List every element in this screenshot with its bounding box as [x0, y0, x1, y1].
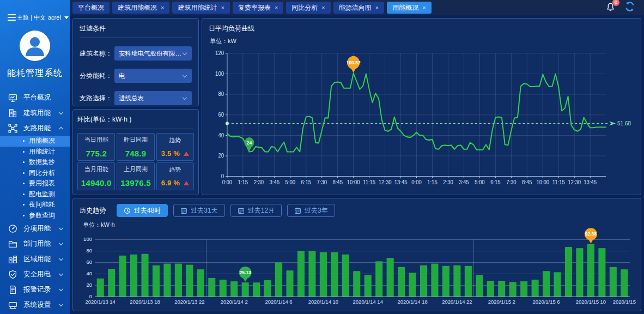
svg-text:6:15: 6:15	[301, 179, 312, 185]
close-icon[interactable]: ×	[161, 5, 164, 11]
range-button-past-31d[interactable]: 过去31天	[173, 204, 224, 217]
chevron-down-icon	[183, 95, 187, 100]
clock-icon	[124, 207, 131, 214]
submenu-item-yoy-analysis[interactable]: 同比分析	[0, 168, 70, 179]
submenu-item-cost-report[interactable]: 费用报表	[0, 178, 70, 189]
svg-text:2020/1/14 14: 2020/1/14 14	[353, 299, 383, 305]
svg-text:80: 80	[86, 248, 92, 253]
svg-text:2020/1/13 22: 2020/1/13 22	[174, 299, 204, 305]
bullet-icon	[23, 183, 25, 184]
svg-text:3:45: 3:45	[270, 179, 280, 185]
region-icon	[8, 255, 17, 264]
sidebar-item-department-energy[interactable]: 部门用能	[0, 236, 70, 251]
triangle-up-icon	[184, 152, 189, 156]
energy-type-select[interactable]: 电	[114, 69, 192, 83]
svg-text:6:15: 6:15	[490, 179, 501, 185]
range-button-past-48h[interactable]: 过去48时	[117, 204, 168, 217]
sidebar-item-label: 区域用能	[23, 255, 53, 264]
select-value: 进线总表	[119, 94, 183, 102]
tab-building-energy-overview[interactable]: 建筑用能概况×	[112, 2, 169, 14]
sidebar-topbar: 主题 | 中文 acrel	[0, 0, 70, 22]
submenu-item-param-query[interactable]: 参数查询	[0, 210, 70, 221]
main-area: 平台概况建筑用能概况×建筑用能统计×复费率报表×同比分析×能源流向图×用能概况×…	[70, 0, 644, 314]
bullet-icon	[23, 204, 25, 206]
sidebar-item-region-energy[interactable]: 区域用能	[0, 251, 70, 267]
chevron-down-icon	[183, 51, 187, 55]
sidebar-item-building-energy[interactable]: 建筑用能	[0, 105, 70, 120]
submenu-item-energy-overview[interactable]: 用能概况	[0, 136, 70, 147]
tab-rate-report[interactable]: 复费率报表×	[233, 2, 283, 14]
hamburger-menu-icon[interactable]	[7, 13, 17, 22]
close-icon[interactable]: ×	[375, 5, 379, 11]
svg-text:2020/1/15 10: 2020/1/15 10	[576, 299, 606, 305]
submenu-item-energy-stats[interactable]: 用能统计	[0, 147, 70, 158]
chevron-down-icon	[59, 110, 63, 114]
ring-ratio-panel: 环比(单位：kW·h ) 当日用能775.2昨日同期748.9趋势3.5 %当月…	[72, 109, 199, 195]
theme-language-switcher[interactable]: 主题 | 中文	[17, 14, 46, 22]
stat-cell: 上月同期13976.5	[117, 162, 154, 190]
daily-load-title: 日平均负荷曲线	[209, 24, 634, 33]
sidebar-item-subentry-energy[interactable]: 分项用能	[0, 221, 70, 236]
range-button-past-3y[interactable]: 过去3年	[287, 204, 335, 217]
notifications-bell-icon[interactable]: 0	[605, 2, 616, 14]
chevron-up-icon	[59, 126, 63, 131]
shield-icon	[8, 270, 17, 279]
building-select[interactable]: 安科瑞电气股份有限公司A楼	[114, 46, 192, 61]
sidebar-item-branch-energy[interactable]: 支路用能	[0, 120, 70, 136]
tab-energy-flow[interactable]: 能源流向图×	[333, 2, 384, 14]
daily-load-chart[interactable]: 0204060801001200:001:152:303:455:006:157…	[209, 45, 634, 190]
user-menu[interactable]: acrel	[48, 14, 61, 21]
branch-select[interactable]: 进线总表	[114, 91, 192, 105]
range-button-past-12m[interactable]: 过去12月	[230, 204, 282, 217]
svg-text:2020/1/14 6: 2020/1/14 6	[265, 299, 293, 305]
bullet-icon	[23, 194, 25, 195]
close-icon[interactable]: ×	[422, 5, 426, 11]
chevron-down-icon	[59, 226, 63, 230]
history-bar-chart[interactable]: 0204060801002020/1/13 142020/1/13 182020…	[80, 229, 634, 306]
filter-label: 分类能耗：	[80, 71, 114, 81]
close-icon[interactable]: ×	[275, 5, 278, 11]
chevron-down-icon	[59, 302, 63, 306]
submenu-item-power-distribution-monitor[interactable]: 配电监测	[0, 189, 70, 200]
submenu-item-data-collection[interactable]: 数据集抄	[0, 157, 70, 168]
range-button-label: 过去31天	[191, 206, 217, 215]
filter-row: 支路选择：进线总表	[80, 91, 192, 105]
folder-icon	[8, 239, 17, 249]
building-icon	[8, 108, 17, 118]
stat-cell: 昨日同期748.9	[117, 133, 154, 161]
submenu-item-night-energy[interactable]: 夜间能耗	[0, 200, 70, 210]
sidebar-item-safe-power[interactable]: 安全用电	[0, 267, 70, 282]
svg-text:60: 60	[218, 112, 224, 118]
sidebar-item-system-settings[interactable]: 系统设置	[0, 297, 70, 312]
sidebar-item-platform-overview[interactable]: 平台概况	[0, 90, 70, 105]
refresh-icon[interactable]	[624, 1, 635, 14]
svg-text:2:30: 2:30	[443, 179, 453, 185]
select-value: 电	[119, 72, 183, 80]
user-avatar-icon	[20, 31, 50, 61]
range-button-label: 过去3年	[305, 206, 328, 215]
monitor-icon	[8, 93, 17, 102]
tab-yoy-analysis[interactable]: 同比分析×	[286, 2, 330, 14]
bullet-icon	[23, 172, 25, 174]
svg-text:2020/1/13 18: 2020/1/13 18	[130, 299, 160, 305]
svg-text:100.52: 100.52	[347, 60, 361, 65]
ring-ratio-title: 环比(单位：kW·h )	[77, 115, 194, 124]
range-button-label: 过去48时	[134, 206, 161, 215]
tab-building-energy-stats[interactable]: 建筑用能统计×	[172, 2, 229, 14]
tab-energy-overview[interactable]: 用能概况×	[387, 2, 431, 14]
stat-label: 趋势	[169, 136, 181, 144]
svg-text:80: 80	[218, 91, 224, 97]
avatar	[20, 31, 50, 61]
filter-label: 支路选择：	[80, 94, 114, 103]
sidebar-item-alarm-records[interactable]: 报警记录	[0, 282, 70, 297]
report-icon	[8, 285, 17, 294]
tab-platform-overview[interactable]: 平台概况	[72, 2, 110, 14]
close-icon[interactable]: ×	[221, 5, 224, 11]
close-icon[interactable]: ×	[321, 5, 325, 11]
sidebar-submenu: 用能概况用能统计数据集抄同比分析费用报表配电监测夜间能耗参数查询	[0, 136, 70, 221]
svg-text:92.38: 92.38	[585, 231, 597, 237]
bullet-icon	[23, 215, 25, 216]
filter-row: 分类能耗：电	[80, 69, 192, 83]
subitem-icon	[8, 224, 17, 233]
svg-text:2020/1/13 14: 2020/1/13 14	[86, 299, 116, 305]
